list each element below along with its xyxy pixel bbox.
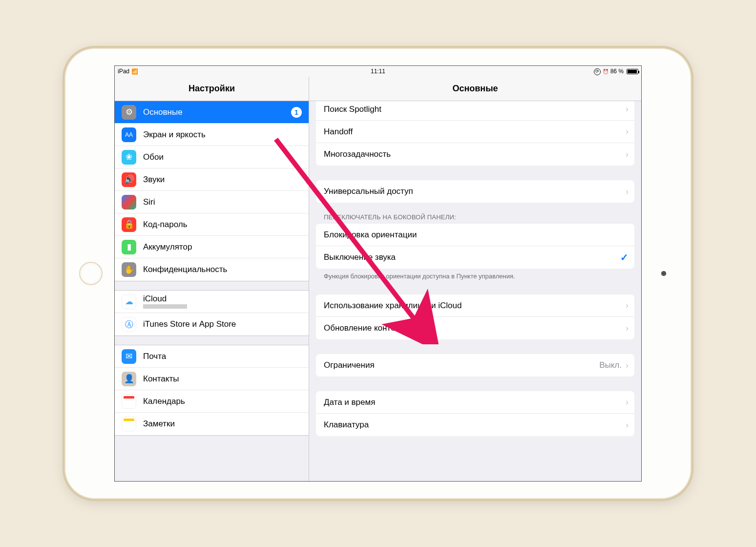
row-label: Многозадачность <box>324 149 626 159</box>
sidebar-item-notes[interactable]: Заметки <box>115 413 309 435</box>
sidebar-item-label: iTunes Store и App Store <box>143 319 302 329</box>
battery-percent: 86 % <box>610 68 624 75</box>
sidebar-item-wallpaper[interactable]: ❀ Обои <box>115 146 309 168</box>
row-label: Клавиатура <box>324 420 626 430</box>
row-datetime[interactable]: Дата и время › <box>316 391 634 414</box>
sidebar-item-privacy[interactable]: ✋ Конфиденциальность <box>115 258 309 281</box>
detail-title: Основные <box>309 77 641 101</box>
row-accessibility[interactable]: Универсальный доступ › <box>316 180 634 203</box>
siri-icon <box>122 195 136 210</box>
gear-icon: ⚙ <box>122 105 136 120</box>
sidebar-item-icloud[interactable]: ☁ iCloud <box>115 291 309 313</box>
badge: 1 <box>291 107 302 118</box>
sidebar-item-label: Основные <box>143 107 291 117</box>
sidebar-item-label: Siri <box>143 197 302 207</box>
clock: 11:11 <box>291 68 464 75</box>
device-label: iPad <box>118 68 129 75</box>
contacts-icon: 👤 <box>122 372 136 386</box>
row-storage-usage[interactable]: Использование хранилища и iCloud › <box>316 295 634 317</box>
row-mute[interactable]: Выключение звука ✓ <box>316 246 634 269</box>
chevron-right-icon: › <box>626 397 629 407</box>
row-handoff[interactable]: Handoff › <box>316 121 634 143</box>
chevron-right-icon: › <box>626 300 629 311</box>
sidebar-item-label: Аккумулятор <box>143 242 302 252</box>
appstore-icon: Ⓐ <box>122 317 136 332</box>
row-label: Универсальный доступ <box>324 187 626 196</box>
icloud-account <box>143 303 187 310</box>
sidebar-item-general[interactable]: ⚙ Основные 1 <box>115 101 309 124</box>
chevron-right-icon: › <box>626 420 629 430</box>
row-spotlight[interactable]: Поиск Spotlight › <box>316 101 634 121</box>
chevron-right-icon: › <box>626 126 629 137</box>
sidebar-item-mail[interactable]: ✉ Почта <box>115 345 309 368</box>
sidebar-item-label: Календарь <box>143 397 302 406</box>
chevron-right-icon: › <box>626 187 629 197</box>
sidebar-title: Настройки <box>115 77 309 101</box>
row-multitasking[interactable]: Многозадачность › <box>316 143 634 166</box>
hand-icon: ✋ <box>122 262 136 277</box>
sidebar-item-passcode[interactable]: 🔒 Код-пароль <box>115 213 309 236</box>
sideswitch-footer: Функция блокировки ориентации доступна в… <box>309 269 641 280</box>
display-icon: AA <box>122 127 136 142</box>
calendar-icon <box>122 394 136 409</box>
battery-menu-icon: ▮ <box>122 240 136 254</box>
sidebar-item-label: Заметки <box>143 419 302 429</box>
sidebar-item-label: Звуки <box>143 175 302 185</box>
row-keyboard[interactable]: Клавиатура › <box>316 414 634 436</box>
chevron-right-icon: › <box>626 360 629 371</box>
alarm-icon <box>603 68 609 75</box>
sidebar-item-label: Контакты <box>143 374 302 384</box>
sidebar-item-label: Обои <box>143 152 302 162</box>
sidebar-item-sounds[interactable]: 🔊 Звуки <box>115 168 309 191</box>
row-label: Поиск Spotlight <box>324 105 626 114</box>
front-camera <box>661 271 666 276</box>
check-icon: ✓ <box>620 252 629 263</box>
row-label: Handoff <box>324 127 626 137</box>
chevron-right-icon: › <box>626 149 629 160</box>
lock-icon: 🔒 <box>122 217 136 232</box>
row-value: Выкл. <box>599 360 622 370</box>
sidebar-item-label: Код-пароль <box>143 220 302 230</box>
row-label: Обновление контента <box>324 323 626 333</box>
row-orientation-lock[interactable]: Блокировка ориентации <box>316 224 634 246</box>
sidebar-item-label: Почта <box>143 352 302 361</box>
orientation-lock-icon <box>594 67 601 75</box>
sidebar-item-display[interactable]: AA Экран и яркость <box>115 124 309 146</box>
status-bar: iPad 11:11 86 % <box>115 66 641 77</box>
row-background-refresh[interactable]: Обновление контента › <box>316 317 634 339</box>
sidebar-item-label: iCloud <box>143 294 187 304</box>
ipad-frame: iPad 11:11 86 % Настройки ⚙ Основны <box>65 49 691 498</box>
notes-icon <box>122 417 136 431</box>
chevron-right-icon: › <box>626 104 629 114</box>
row-label: Выключение звука <box>324 252 620 262</box>
row-label: Ограничения <box>324 360 599 370</box>
row-label: Блокировка ориентации <box>324 230 629 240</box>
home-button[interactable] <box>79 262 103 285</box>
detail-pane: Основные Поиск Spotlight › Handoff › Мно… <box>309 77 641 481</box>
mail-icon: ✉ <box>122 349 136 364</box>
sidebar-item-siri[interactable]: Siri <box>115 191 309 213</box>
row-label: Дата и время <box>324 398 626 407</box>
sidebar-item-contacts[interactable]: 👤 Контакты <box>115 368 309 390</box>
sidebar-item-label: Экран и яркость <box>143 130 302 140</box>
screen: iPad 11:11 86 % Настройки ⚙ Основны <box>114 65 642 482</box>
sidebar-item-battery[interactable]: ▮ Аккумулятор <box>115 236 309 258</box>
sideswitch-header: ПЕРЕКЛЮЧАТЕЛЬ НА БОКОВОЙ ПАНЕЛИ: <box>309 203 641 224</box>
settings-sidebar: Настройки ⚙ Основные 1 AA Экран и яркост… <box>115 77 309 481</box>
cloud-icon: ☁ <box>122 295 136 309</box>
chevron-right-icon: › <box>626 323 629 334</box>
sidebar-item-itunes[interactable]: Ⓐ iTunes Store и App Store <box>115 313 309 336</box>
row-restrictions[interactable]: Ограничения Выкл. › <box>316 354 634 377</box>
sidebar-item-label: Конфиденциальность <box>143 265 302 274</box>
wifi-icon <box>131 68 138 75</box>
sounds-icon: 🔊 <box>122 172 136 187</box>
row-label: Использование хранилища и iCloud <box>324 301 626 311</box>
battery-icon <box>627 69 638 74</box>
sidebar-item-calendar[interactable]: Календарь <box>115 390 309 413</box>
wallpaper-icon: ❀ <box>122 150 136 165</box>
